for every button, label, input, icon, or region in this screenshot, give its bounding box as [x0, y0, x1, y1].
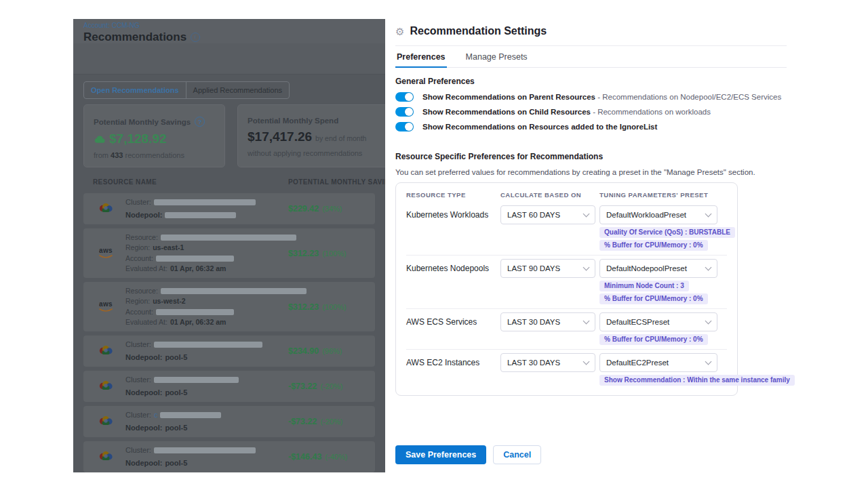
gcp-icon	[98, 415, 113, 428]
resource-type-label: AWS ECS Services	[406, 312, 500, 327]
row-field-value: pool-5	[165, 351, 187, 364]
recommendation-row[interactable]: awsResource:Region:us-west-2Account:Eval…	[83, 282, 375, 331]
help-icon[interactable]: ?	[195, 117, 205, 127]
savings-percent: (-20%)	[320, 382, 342, 390]
resource-type-label: Kubernetes Nodepools	[406, 259, 500, 273]
toggle-knob	[405, 123, 413, 131]
row-field-label: Cluster:	[125, 196, 151, 209]
spend-value-suffix: by end of month	[315, 134, 366, 142]
preset-select[interactable]: DefaultEC2Preset	[599, 353, 717, 372]
resource-details: Resource:Region:us-east-1Account:Evaluat…	[125, 232, 296, 274]
calculate-based-on-select[interactable]: LAST 90 DAYS	[500, 259, 595, 278]
resource-preferences-heading: Resource Specific Preferences for Recomm…	[395, 152, 787, 161]
resource-type-label: AWS EC2 Instances	[406, 353, 500, 367]
row-field-label: Region:	[125, 296, 150, 307]
potential-monthly-spend-card: Potential Monthly Spend $17,417.26 by en…	[237, 104, 385, 167]
redacted-text	[154, 447, 256, 453]
settings-actions: Save Preferences Cancel	[395, 445, 541, 464]
resource-details: Cluster:Nodepool:pool-5	[125, 338, 262, 364]
recommendation-row[interactable]: awsResource:Region:us-east-1Account:Eval…	[83, 228, 375, 278]
resource-details: Cluster:Nodepool:	[125, 196, 256, 222]
savings-percent: (100%)	[322, 249, 346, 258]
savings-amount: -$146.43	[288, 452, 321, 462]
preset-select[interactable]: DefaultNodepoolPreset	[599, 259, 717, 278]
recommendation-row[interactable]: Cluster:cNodepool:pool-5-$73.22(-20%)	[83, 406, 375, 437]
tab-applied-recommendations[interactable]: Applied Recommendations	[186, 82, 289, 98]
savings-amount: $312.23	[288, 302, 319, 312]
account-breadcrumb[interactable]: Account: CCM-NG	[83, 22, 375, 30]
redacted-text	[154, 199, 256, 205]
calculate-based-on-select[interactable]: LAST 30 DAYS	[500, 312, 595, 331]
chevron-down-icon	[583, 318, 590, 325]
info-icon[interactable]: i	[191, 33, 200, 42]
recommendation-row[interactable]: Cluster:Nodepool:pool-5$234.90(96%)	[83, 336, 375, 367]
preset-parameter-badge: % Buffer for CPU/Memory : 0%	[599, 240, 708, 251]
recommendation-row[interactable]: Cluster:Nodepool:$229.42(34%)	[83, 193, 375, 224]
redacted-text	[154, 342, 262, 348]
cancel-button[interactable]: Cancel	[493, 445, 541, 464]
gcp-icon	[98, 451, 113, 464]
toggle-label: Show Recommendations on Parent Resources…	[422, 93, 781, 101]
redacted-text	[156, 309, 234, 315]
resource-details: Resource:Region:us-west-2Account:Evaluat…	[125, 286, 307, 328]
toggle-knob	[405, 93, 413, 101]
savings-percent: (-40%)	[325, 453, 347, 461]
tab-manage-presets[interactable]: Manage Presets	[465, 46, 529, 67]
preference-toggle-row: Show Recommendations on Resources added …	[395, 119, 787, 134]
savings-percent: (-20%)	[320, 418, 342, 426]
gcp-icon	[98, 345, 113, 358]
aws-icon: aws	[99, 301, 113, 312]
save-preferences-button[interactable]: Save Preferences	[395, 445, 486, 464]
preset-select[interactable]: DefaultWorkloadPreset	[599, 205, 717, 224]
row-field-label: Cluster:	[125, 444, 151, 457]
table-header: RESOURCE NAME POTENTIAL MONTHLY SAVINGS	[83, 178, 375, 187]
toggle-switch[interactable]	[395, 107, 414, 117]
gcp-icon	[98, 380, 113, 393]
redacted-text	[161, 288, 307, 294]
chevron-down-icon	[705, 264, 712, 271]
potential-monthly-savings-card: Potential Monthly Savings ? $7,128.92 fr…	[83, 104, 225, 167]
preset-select[interactable]: DefaultECSPreset	[599, 312, 717, 331]
preset-parameter-badge: % Buffer for CPU/Memory : 0%	[599, 334, 708, 345]
general-preferences-toggles: Show Recommendations on Parent Resources…	[395, 89, 787, 134]
toggle-knob	[405, 108, 413, 116]
savings-amount: $234.90	[288, 346, 319, 356]
row-field-label: Nodepool:	[125, 386, 162, 399]
toggle-switch[interactable]	[395, 122, 414, 131]
row-field-label: Evaluated At:	[125, 264, 167, 274]
tab-preferences[interactable]: Preferences	[395, 46, 447, 68]
page-body: Open Recommendations Applied Recommendat…	[73, 75, 385, 472]
savings-cloud-icon	[94, 135, 106, 144]
tab-open-recommendations[interactable]: Open Recommendations	[84, 82, 186, 98]
preset-parameter-badge: Quality Of Service (QoS) : BURSTABLE	[599, 227, 735, 238]
spend-card-title: Potential Monthly Spend	[248, 117, 338, 125]
preset-row: AWS ECS ServicesLAST 30 DAYSDefaultECSPr…	[406, 308, 727, 349]
savings-percent: (34%)	[322, 205, 342, 213]
row-field-label: Nodepool:	[125, 422, 162, 434]
column-resource-type: RESOURCE TYPE	[406, 191, 500, 199]
row-field-label: Resource:	[125, 286, 158, 297]
toggle-label: Show Recommendations on Resources added …	[422, 123, 657, 131]
preset-parameter-badge: Minimum Node Count : 3	[599, 281, 689, 291]
calculate-based-on-select[interactable]: LAST 30 DAYS	[500, 353, 595, 372]
recommendations-tabs: Open Recommendations Applied Recommendat…	[83, 81, 290, 99]
savings-amount: $312.23	[288, 249, 319, 258]
resource-details: Cluster:Nodepool:pool-5	[125, 373, 239, 399]
recommendations-page: Account: CCM-NG Recommendations i Open R…	[73, 19, 385, 472]
recommendation-row[interactable]: Cluster:Nodepool:pool-5-$73.22(-20%)	[83, 371, 375, 402]
resource-type-label: Kubernetes Workloads	[406, 205, 500, 220]
savings-card-title: Potential Monthly Savings	[94, 118, 191, 126]
row-field-label: Cluster:	[125, 409, 151, 422]
aws-icon: aws	[99, 247, 113, 259]
row-field-label: Nodepool:	[125, 457, 162, 470]
summary-cards: Potential Monthly Savings ? $7,128.92 fr…	[83, 104, 375, 167]
resource-preferences-description: You can set preferred values for recomme…	[395, 168, 787, 176]
row-field-value: pool-5	[165, 457, 187, 470]
screenshot-root: Account: CCM-NG Recommendations i Open R…	[0, 0, 868, 488]
column-potential-monthly-savings: POTENTIAL MONTHLY SAVINGS	[288, 178, 385, 186]
preset-row: Kubernetes NodepoolsLAST 90 DAYSDefaultN…	[406, 255, 727, 308]
toggle-switch[interactable]	[395, 92, 414, 102]
recommendation-row[interactable]: Cluster:Nodepool:pool-5-$146.43(-40%)	[83, 441, 375, 472]
row-field-label: Nodepool:	[125, 209, 162, 222]
calculate-based-on-select[interactable]: LAST 60 DAYS	[500, 205, 595, 224]
